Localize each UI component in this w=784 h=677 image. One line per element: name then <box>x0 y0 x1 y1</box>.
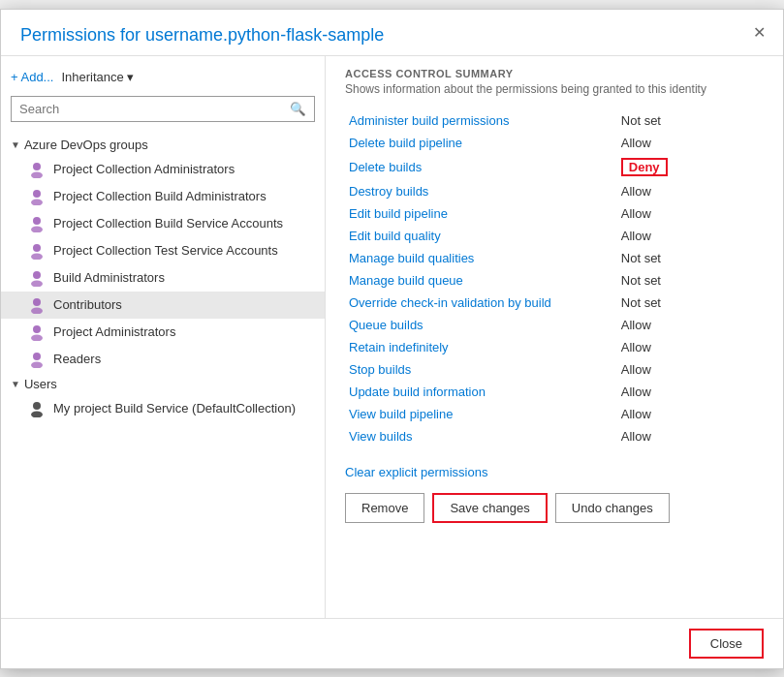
search-box: 🔍 <box>1 92 325 130</box>
permission-name[interactable]: Queue builds <box>345 314 617 336</box>
group-item[interactable]: Project Collection Build Service Account… <box>1 210 325 237</box>
group-item[interactable]: Project Collection Administrators <box>1 156 325 183</box>
group-item[interactable]: Project Collection Test Service Accounts <box>1 237 325 264</box>
table-row: Queue buildsAllow <box>345 314 764 336</box>
permission-value: Allow <box>617 314 764 336</box>
search-input[interactable] <box>12 97 282 121</box>
table-row: Manage build queueNot set <box>345 269 764 292</box>
title-name: username.python-flask-sample <box>145 25 384 45</box>
group-icon <box>28 242 46 260</box>
group-item[interactable]: Project Administrators <box>1 319 325 346</box>
dialog-footer: Close <box>1 618 783 668</box>
permission-value: Allow <box>617 180 764 202</box>
permission-name[interactable]: Administer build permissions <box>345 109 617 132</box>
svg-point-11 <box>31 307 43 314</box>
azure-devops-groups-header[interactable]: ▼ Azure DevOps groups <box>1 134 325 156</box>
group-item-label: Project Collection Administrators <box>53 162 235 176</box>
action-buttons: Remove Save changes Undo changes <box>345 493 764 523</box>
chevron-down-icon: ▼ <box>11 139 20 150</box>
svg-point-7 <box>31 253 43 260</box>
permission-name[interactable]: Edit build pipeline <box>345 202 617 225</box>
permission-name[interactable]: Edit build quality <box>345 225 617 247</box>
permission-name[interactable]: Delete builds <box>345 154 617 180</box>
table-row: Edit build qualityAllow <box>345 225 764 247</box>
dialog-header: Permissions for username.python-flask-sa… <box>1 10 783 56</box>
permission-name[interactable]: Manage build queue <box>345 269 617 292</box>
group-icon <box>28 269 46 287</box>
permissions-dialog: Permissions for username.python-flask-sa… <box>0 9 784 669</box>
users-header[interactable]: ▼ Users <box>1 373 325 395</box>
svg-point-15 <box>31 361 43 368</box>
svg-point-5 <box>31 226 43 232</box>
table-row: View build pipelineAllow <box>345 403 764 425</box>
svg-point-13 <box>31 334 43 341</box>
search-input-wrap: 🔍 <box>11 96 315 122</box>
permission-name[interactable]: Destroy builds <box>345 180 617 202</box>
acs-desc: Shows information about the permissions … <box>345 82 764 96</box>
group-item-label: Readers <box>53 352 101 366</box>
group-icon <box>28 296 46 314</box>
close-footer-button[interactable]: Close <box>689 629 764 659</box>
table-row: Stop buildsAllow <box>345 358 764 381</box>
left-panel: + Add... Inheritance ▾ 🔍 ▼ Azure DevOps … <box>1 56 326 618</box>
azure-devops-groups-label: Azure DevOps groups <box>24 138 148 152</box>
group-item[interactable]: Build Administrators <box>1 264 325 292</box>
search-icon[interactable]: 🔍 <box>282 97 314 121</box>
group-item-label: Build Administrators <box>53 270 165 285</box>
group-item[interactable]: Contributors <box>1 292 325 319</box>
users-label: Users <box>24 377 57 391</box>
permission-name[interactable]: Update build information <box>345 381 617 403</box>
svg-point-17 <box>31 411 43 417</box>
save-changes-button[interactable]: Save changes <box>432 493 547 523</box>
title-prefix: Permissions for <box>20 25 145 45</box>
table-row: Manage build qualitiesNot set <box>345 247 764 269</box>
permission-value: Allow <box>617 403 764 425</box>
table-row: Destroy buildsAllow <box>345 180 764 202</box>
add-button[interactable]: + Add... <box>11 70 53 84</box>
permission-name[interactable]: Delete build pipeline <box>345 132 617 154</box>
svg-point-3 <box>31 199 43 205</box>
svg-point-4 <box>33 217 41 225</box>
table-row: Override check-in validation by buildNot… <box>345 292 764 314</box>
permission-value: Allow <box>617 381 764 403</box>
table-row: Administer build permissionsNot set <box>345 109 764 132</box>
chevron-down-icon-users: ▼ <box>11 379 20 389</box>
group-item[interactable]: Project Collection Build Administrators <box>1 183 325 210</box>
user-item[interactable]: My project Build Service (DefaultCollect… <box>1 395 325 422</box>
clear-explicit-link[interactable]: Clear explicit permissions <box>345 465 487 479</box>
user-icon <box>28 400 46 417</box>
permission-name[interactable]: Stop builds <box>345 358 617 381</box>
acs-label: ACCESS CONTROL SUMMARY <box>345 68 764 79</box>
permission-value: Not set <box>617 109 764 132</box>
remove-button[interactable]: Remove <box>345 493 424 523</box>
table-row: Retain indefinitelyAllow <box>345 336 764 358</box>
svg-point-14 <box>33 353 41 360</box>
permission-value: Allow <box>617 358 764 381</box>
users-list: My project Build Service (DefaultCollect… <box>1 395 325 422</box>
permission-name[interactable]: Override check-in validation by build <box>345 292 617 314</box>
permission-value: Allow <box>617 336 764 358</box>
permission-value: Allow <box>617 202 764 225</box>
permission-name[interactable]: View builds <box>345 425 617 447</box>
group-item-label: Project Administrators <box>53 324 175 339</box>
group-icon <box>28 188 46 205</box>
clear-explicit: Clear explicit permissions <box>345 465 764 479</box>
group-item[interactable]: Readers <box>1 346 325 373</box>
svg-point-1 <box>31 171 43 178</box>
group-item-label: Project Collection Build Service Account… <box>53 216 283 231</box>
permission-name[interactable]: Retain indefinitely <box>345 336 617 358</box>
undo-changes-button[interactable]: Undo changes <box>555 493 670 523</box>
inheritance-button[interactable]: Inheritance ▾ <box>61 70 134 84</box>
permission-name[interactable]: View build pipeline <box>345 403 617 425</box>
deny-badge: Deny <box>621 158 668 176</box>
group-tree: ▼ Azure DevOps groups Project Collection… <box>1 130 325 608</box>
close-icon-button[interactable]: ✕ <box>747 21 771 44</box>
table-row: Update build informationAllow <box>345 381 764 403</box>
right-panel: ACCESS CONTROL SUMMARY Shows information… <box>326 56 783 618</box>
group-item-label: Contributors <box>53 297 122 312</box>
groups-list: Project Collection Administrators Projec… <box>1 156 325 373</box>
svg-point-0 <box>33 163 41 170</box>
group-icon <box>28 161 46 178</box>
permission-name[interactable]: Manage build qualities <box>345 247 617 269</box>
permission-value: Allow <box>617 425 764 447</box>
